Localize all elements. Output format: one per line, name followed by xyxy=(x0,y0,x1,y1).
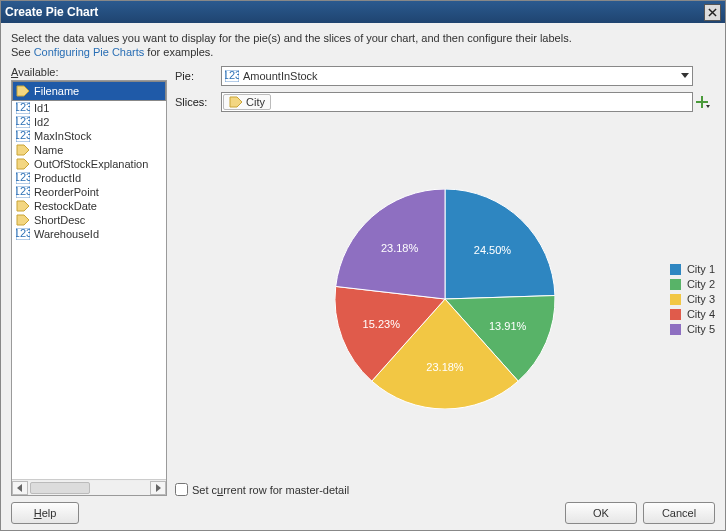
legend-swatch xyxy=(670,294,681,305)
tag-icon xyxy=(16,144,30,156)
pie-label: Pie: xyxy=(175,70,221,82)
window-title: Create Pie Chart xyxy=(5,5,98,19)
svg-text:123: 123 xyxy=(16,102,30,113)
slice-label: 13.91% xyxy=(489,320,526,332)
checkbox-input[interactable] xyxy=(175,483,188,496)
help-button[interactable]: Help xyxy=(11,502,79,524)
legend-swatch xyxy=(670,264,681,275)
instruction-text: Select the data values you want to displ… xyxy=(11,31,715,60)
slices-field[interactable]: City xyxy=(221,92,693,112)
list-hscrollbar[interactable] xyxy=(12,479,166,495)
cancel-button[interactable]: Cancel xyxy=(643,502,715,524)
config-link[interactable]: Configuring Pie Charts xyxy=(34,46,145,58)
svg-text:123: 123 xyxy=(16,172,30,183)
legend-swatch xyxy=(670,324,681,335)
add-slice-button[interactable] xyxy=(693,93,711,111)
legend-item: City 4 xyxy=(670,308,715,320)
tag-icon xyxy=(229,96,243,108)
list-item[interactable]: 123WarehouseId xyxy=(12,227,166,241)
tag-icon xyxy=(16,214,30,226)
svg-text:123: 123 xyxy=(16,228,30,239)
close-icon xyxy=(708,8,717,17)
master-detail-checkbox[interactable]: Set current row for master-detail xyxy=(175,483,715,496)
dialog-footer: Help OK Cancel xyxy=(11,496,715,524)
slice-label: 23.18% xyxy=(381,242,418,254)
list-item[interactable]: 123Id2 xyxy=(12,115,166,129)
number-type-icon: 123 xyxy=(16,130,30,142)
chart-legend: City 1City 2City 3City 4City 5 xyxy=(670,260,715,338)
slices-label: Slices: xyxy=(175,96,221,108)
legend-item: City 5 xyxy=(670,323,715,335)
list-item[interactable]: 123Id1 xyxy=(12,101,166,115)
list-item[interactable]: 123MaxInStock xyxy=(12,129,166,143)
number-type-icon: 123 xyxy=(16,228,30,240)
number-type-icon: 123 xyxy=(225,70,239,82)
available-label: Available: xyxy=(11,66,167,78)
tag-icon xyxy=(16,200,30,212)
list-item[interactable]: 123ProductId xyxy=(12,171,166,185)
pie-value: AmountInStock xyxy=(243,70,318,82)
slices-chip[interactable]: City xyxy=(223,94,271,110)
scroll-thumb[interactable] xyxy=(30,482,90,494)
list-item[interactable]: Filename xyxy=(12,81,166,101)
titlebar[interactable]: Create Pie Chart xyxy=(1,1,725,23)
number-type-icon: 123 xyxy=(16,186,30,198)
ok-button[interactable]: OK xyxy=(565,502,637,524)
list-item[interactable]: RestockDate xyxy=(12,199,166,213)
slice-label: 15.23% xyxy=(363,318,400,330)
legend-item: City 1 xyxy=(670,263,715,275)
scroll-right-button[interactable] xyxy=(150,481,166,495)
svg-text:123: 123 xyxy=(225,70,239,81)
chevron-down-icon xyxy=(681,73,689,78)
svg-text:123: 123 xyxy=(16,116,30,127)
slice-label: 23.18% xyxy=(426,361,463,373)
svg-text:123: 123 xyxy=(16,130,30,141)
number-type-icon: 123 xyxy=(16,102,30,114)
pie-dropdown[interactable]: 123 AmountInStock xyxy=(221,66,693,86)
available-listbox[interactable]: Filename123Id1123Id2123MaxInStockNameOut… xyxy=(11,80,167,496)
number-type-icon: 123 xyxy=(16,172,30,184)
list-item[interactable]: ShortDesc xyxy=(12,213,166,227)
legend-swatch xyxy=(670,309,681,320)
list-item[interactable]: 123ReorderPoint xyxy=(12,185,166,199)
chart-preview: 24.50%13.91%23.18%15.23%23.18% City 1Cit… xyxy=(175,120,715,479)
list-item[interactable]: OutOfStockExplanation xyxy=(12,157,166,171)
tag-icon xyxy=(16,158,30,170)
slice-label: 24.50% xyxy=(474,244,511,256)
legend-item: City 3 xyxy=(670,293,715,305)
close-button[interactable] xyxy=(704,4,721,21)
legend-swatch xyxy=(670,279,681,290)
svg-text:123: 123 xyxy=(16,186,30,197)
tag-icon xyxy=(16,85,30,97)
plus-icon xyxy=(694,94,710,110)
list-item[interactable]: Name xyxy=(12,143,166,157)
legend-item: City 2 xyxy=(670,278,715,290)
scroll-left-button[interactable] xyxy=(12,481,28,495)
number-type-icon: 123 xyxy=(16,116,30,128)
